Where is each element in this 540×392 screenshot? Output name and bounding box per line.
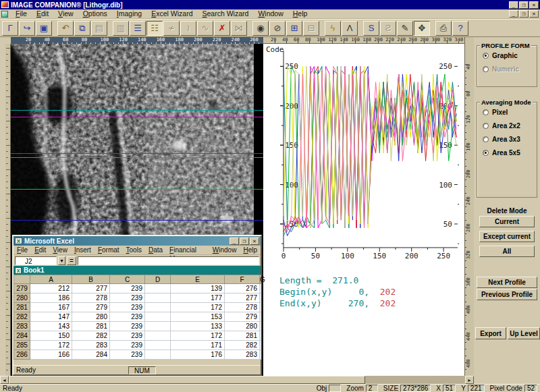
radio-area-3x3[interactable]: Area 3x3 <box>483 136 537 143</box>
column-header-C[interactable]: C <box>110 275 145 284</box>
formula-input[interactable] <box>78 256 259 265</box>
cell[interactable]: 147 <box>30 312 72 322</box>
scrollbar-thumb[interactable] <box>9 376 365 384</box>
cell[interactable]: 277 <box>72 284 110 293</box>
excel-menu-help[interactable]: Help <box>240 246 261 254</box>
export-button[interactable]: Export <box>475 327 506 339</box>
name-box-dropdown-icon[interactable]: ▼ <box>58 256 65 265</box>
cell[interactable]: 283 <box>72 341 110 350</box>
cell[interactable]: 280 <box>72 312 110 322</box>
restore-button[interactable]: ❐ <box>519 1 529 9</box>
print-button[interactable]: ⎙ <box>435 21 452 36</box>
menu-excel-wizard[interactable]: Excel Wizard <box>146 9 197 18</box>
cell[interactable] <box>145 322 171 331</box>
cell[interactable] <box>145 331 171 341</box>
row-header-281[interactable]: 281 <box>14 303 30 312</box>
cell[interactable]: 281 <box>72 322 110 331</box>
cell[interactable]: 239 <box>110 331 145 341</box>
cell[interactable] <box>260 284 261 293</box>
cell[interactable] <box>145 350 171 360</box>
open-button[interactable]: ↪ <box>19 21 35 36</box>
minimize-button[interactable]: _ <box>509 1 518 9</box>
cell[interactable]: 139 <box>171 284 225 293</box>
excel-menu-view[interactable]: View <box>49 246 71 254</box>
cell[interactable]: 171 <box>171 341 225 350</box>
column-header-A[interactable]: A <box>30 275 72 284</box>
cell[interactable]: 276 <box>225 284 260 293</box>
excel-restore-button[interactable]: ❐ <box>240 237 249 245</box>
menu-window[interactable]: Window <box>253 9 288 18</box>
cell[interactable]: 143 <box>30 322 72 331</box>
excel-menu-data[interactable]: Data <box>145 246 166 254</box>
cell[interactable]: 212 <box>30 284 72 293</box>
cell[interactable] <box>145 293 171 303</box>
document-icon[interactable] <box>1 11 8 18</box>
equals-button[interactable]: = <box>67 256 76 265</box>
column-header-E[interactable]: E <box>171 275 225 284</box>
menu-imaging[interactable]: Imaging <box>112 9 146 18</box>
excel-menu-window[interactable]: Window <box>209 246 240 254</box>
scroll-left-icon[interactable]: ◄ <box>0 376 9 384</box>
column-header-B[interactable]: B <box>72 275 110 284</box>
menu-options[interactable]: Options <box>78 9 112 18</box>
cell[interactable]: 277 <box>225 293 260 303</box>
lambda-button[interactable]: Λ <box>342 21 358 36</box>
radio-numeric[interactable]: Numeric <box>483 65 537 73</box>
cell[interactable]: 186 <box>30 293 72 303</box>
radio-area-2x2[interactable]: Area 2x2 <box>483 122 537 130</box>
draw-button[interactable]: ✎ <box>397 21 413 36</box>
cell[interactable]: 284 <box>72 350 110 360</box>
copy-button[interactable]: ⧉ <box>74 21 90 36</box>
excel-close-button[interactable]: ✕ <box>250 237 259 245</box>
radio-graphic[interactable]: Graphic <box>483 52 537 59</box>
cell[interactable]: 153 <box>171 312 225 322</box>
excel-menu-insert[interactable]: Insert <box>71 246 94 254</box>
profile-free-button[interactable]: ☷ <box>146 21 163 36</box>
cell[interactable]: 239 <box>110 293 145 303</box>
menu-search-wizard[interactable]: Search Wizard <box>198 9 254 18</box>
child-restore-button[interactable]: ❐ <box>519 10 529 18</box>
profile-horizontal-button[interactable]: ☰ <box>130 21 146 36</box>
close-button[interactable]: ✕ <box>529 1 539 9</box>
column-header-D[interactable]: D <box>145 275 171 284</box>
delete-profile-button[interactable]: ✗ <box>214 21 230 36</box>
cell[interactable]: 172 <box>171 303 225 312</box>
cell[interactable]: 239 <box>110 312 145 322</box>
row-header-286[interactable]: 286 <box>14 350 30 360</box>
menu-help[interactable]: Help <box>288 9 313 18</box>
cell[interactable]: 167 <box>30 303 72 312</box>
cell[interactable] <box>145 303 171 312</box>
cell[interactable] <box>260 293 261 303</box>
excel-menu-financial-manager[interactable]: Financial Manager <box>166 246 209 254</box>
excel-menu-tools[interactable]: Tools <box>123 246 145 254</box>
menu-view[interactable]: View <box>53 9 78 18</box>
child-close-button[interactable]: ✕ <box>529 10 539 18</box>
new-button[interactable]: Γ <box>2 21 18 36</box>
column-header-F[interactable]: F <box>225 275 260 284</box>
next-profile-button[interactable]: Next Profile <box>477 277 537 288</box>
radio-area-5x5[interactable]: Area 5x5 <box>483 149 537 157</box>
previous-profile-button[interactable]: Previous Profile <box>477 289 537 300</box>
row-header-279[interactable]: 279 <box>14 284 30 293</box>
cell[interactable] <box>260 303 261 312</box>
statistics-button[interactable]: S <box>363 21 379 36</box>
profile-line[interactable] <box>11 220 263 221</box>
row-header-284[interactable]: 284 <box>14 331 30 341</box>
help-button[interactable]: ? <box>452 21 468 36</box>
cell[interactable]: 280 <box>225 322 260 331</box>
cell[interactable] <box>145 341 171 350</box>
current-button[interactable]: Current <box>479 216 535 227</box>
cell[interactable]: 278 <box>225 303 260 312</box>
cell[interactable]: 239 <box>110 341 145 350</box>
cell[interactable] <box>145 284 171 293</box>
cell[interactable]: 282 <box>225 341 260 350</box>
profile-line[interactable] <box>11 157 263 158</box>
excel-menu-edit[interactable]: Edit <box>31 246 49 254</box>
hide-image-button[interactable]: ⊘ <box>269 21 286 36</box>
cell[interactable]: 176 <box>171 350 225 360</box>
cell[interactable]: 150 <box>30 331 72 341</box>
cell-name-box[interactable]: J2 <box>15 256 57 265</box>
fit-window-button[interactable]: ⊞ <box>286 21 302 36</box>
cell[interactable]: 239 <box>110 350 145 360</box>
except-current-button[interactable]: Except current <box>479 231 535 242</box>
